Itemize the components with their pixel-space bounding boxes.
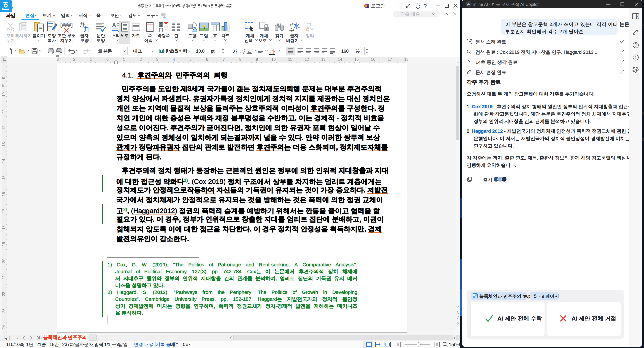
svg-text:水: 水 bbox=[293, 22, 300, 29]
svg-text:A: A bbox=[112, 22, 116, 28]
svg-text:수: 수 bbox=[289, 27, 294, 32]
